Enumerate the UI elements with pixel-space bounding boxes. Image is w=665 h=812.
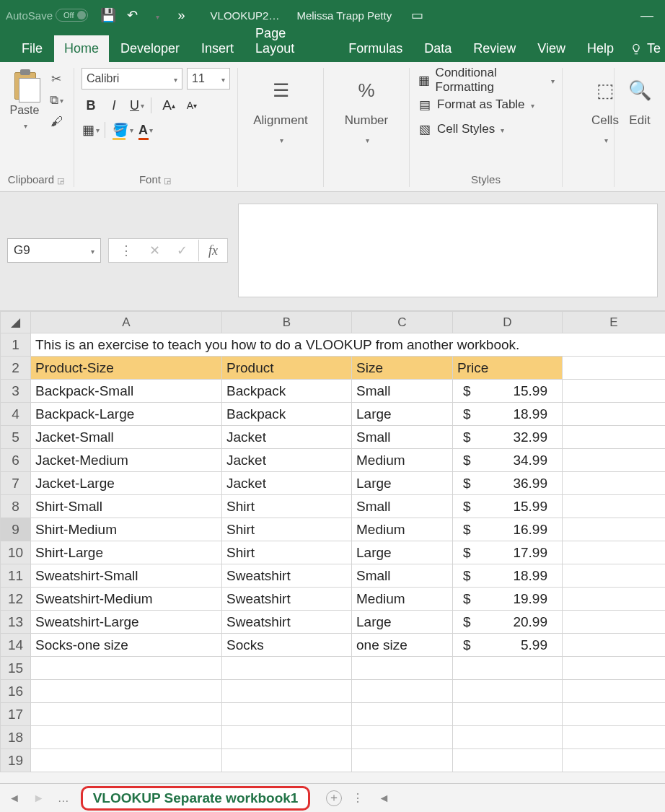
cell-E5[interactable] xyxy=(563,426,666,449)
cell-D19[interactable] xyxy=(453,749,563,772)
cell-C11[interactable]: Small xyxy=(352,564,453,588)
col-header-D[interactable]: D xyxy=(453,312,563,333)
cell-E2[interactable] xyxy=(563,357,666,380)
borders-button[interactable]: ▦ xyxy=(82,121,100,139)
hscroll-left-icon[interactable]: ◄ xyxy=(375,792,392,805)
cell-D18[interactable] xyxy=(453,726,563,749)
autosave-toggle[interactable]: AutoSave Off xyxy=(6,9,88,22)
cell-D3[interactable]: $15.99 xyxy=(453,380,563,403)
grid-row-8[interactable]: 8 Shirt-Small Shirt Small $15.99 xyxy=(1,495,666,518)
grid-row-15[interactable]: 15 xyxy=(1,657,666,680)
cell-A2[interactable]: Product-Size xyxy=(31,357,222,380)
cell-C10[interactable]: Large xyxy=(352,541,453,564)
ribbon-display-icon[interactable]: ▭ xyxy=(405,7,429,23)
tab-scroll-right-icon[interactable]: ► xyxy=(30,792,48,805)
cell-D11[interactable]: $18.99 xyxy=(453,564,563,588)
grid-row-18[interactable]: 18 xyxy=(1,726,666,749)
cell-E14[interactable] xyxy=(563,634,666,657)
cell-A5[interactable]: Jacket-Small xyxy=(31,426,222,449)
column-headers[interactable]: ◢ A B C D E xyxy=(1,312,666,333)
cell-A9[interactable]: Shirt-Medium xyxy=(31,518,222,541)
row-header-1[interactable]: 1 xyxy=(1,333,31,357)
copy-icon[interactable]: ⧉ xyxy=(46,92,66,108)
font-name-combo[interactable]: Calibri xyxy=(82,68,182,90)
cell-B7[interactable]: Jacket xyxy=(222,472,352,495)
cell-C2[interactable]: Size xyxy=(352,357,453,380)
cell-A4[interactable]: Backpack-Large xyxy=(31,403,222,426)
cell-C5[interactable]: Small xyxy=(352,426,453,449)
qat-more-icon[interactable]: » xyxy=(172,8,192,23)
tab-data[interactable]: Data xyxy=(414,35,462,62)
formula-bar[interactable] xyxy=(238,204,658,297)
row-header-3[interactable]: 3 xyxy=(1,380,31,403)
cell-D13[interactable]: $20.99 xyxy=(453,611,563,634)
cell-C18[interactable] xyxy=(352,726,453,749)
grid-row-14[interactable]: 14 Socks-one size Socks one size $5.99 xyxy=(1,634,666,657)
format-painter-icon[interactable]: 🖌 xyxy=(46,114,66,130)
number-dropdown[interactable] xyxy=(364,134,369,145)
cell-D17[interactable] xyxy=(453,703,563,726)
grid-row-1[interactable]: 1This is an exercise to teach you how to… xyxy=(1,333,666,357)
grid-row-17[interactable]: 17 xyxy=(1,703,666,726)
cell-E17[interactable] xyxy=(563,703,666,726)
number-icon[interactable]: % xyxy=(358,72,374,108)
cell-B13[interactable]: Sweatshirt xyxy=(222,611,352,634)
font-size-combo[interactable]: 11 xyxy=(187,68,230,90)
italic-button[interactable]: I xyxy=(105,97,123,114)
cell-E6[interactable] xyxy=(563,449,666,472)
alignment-icon[interactable]: ☰ xyxy=(273,72,289,108)
font-color-button[interactable]: A xyxy=(136,121,155,139)
cell-B17[interactable] xyxy=(222,703,352,726)
tab-insert[interactable]: Insert xyxy=(191,35,244,62)
paste-dropdown[interactable] xyxy=(22,118,27,131)
tab-developer[interactable]: Developer xyxy=(110,35,190,62)
cell-D2[interactable]: Price xyxy=(453,357,563,380)
cell-D8[interactable]: $15.99 xyxy=(453,495,563,518)
cell-A14[interactable]: Socks-one size xyxy=(31,634,222,657)
cell-A1[interactable]: This is an exercise to teach you how to … xyxy=(31,333,666,357)
cell-A17[interactable] xyxy=(31,703,222,726)
tab-options-icon[interactable]: ⋮ xyxy=(349,791,368,805)
cell-E12[interactable] xyxy=(563,588,666,611)
row-header-7[interactable]: 7 xyxy=(1,472,31,495)
cell-E10[interactable] xyxy=(563,541,666,564)
cell-A6[interactable]: Jacket-Medium xyxy=(31,449,222,472)
cell-C4[interactable]: Large xyxy=(352,403,453,426)
cell-D6[interactable]: $34.99 xyxy=(453,449,563,472)
cell-C6[interactable]: Medium xyxy=(352,449,453,472)
cell-B19[interactable] xyxy=(222,749,352,772)
row-header-2[interactable]: 2 xyxy=(1,357,31,380)
cell-B16[interactable] xyxy=(222,680,352,703)
col-header-A[interactable]: A xyxy=(31,312,222,333)
cut-icon[interactable]: ✂ xyxy=(46,71,66,87)
cell-B4[interactable]: Backpack xyxy=(222,403,352,426)
cell-C17[interactable] xyxy=(352,703,453,726)
cell-E16[interactable] xyxy=(563,680,666,703)
grid-row-13[interactable]: 13 Sweatshirt-Large Sweatshirt Large $20… xyxy=(1,611,666,634)
row-header-11[interactable]: 11 xyxy=(1,564,31,588)
grid-row-19[interactable]: 19 xyxy=(1,749,666,772)
cell-A15[interactable] xyxy=(31,657,222,680)
clipboard-launcher-icon[interactable]: ◲ xyxy=(57,176,66,185)
row-header-14[interactable]: 14 xyxy=(1,634,31,657)
row-header-4[interactable]: 4 xyxy=(1,403,31,426)
cell-B6[interactable]: Jacket xyxy=(222,449,352,472)
undo-dropdown[interactable] xyxy=(147,8,167,23)
cell-E7[interactable] xyxy=(563,472,666,495)
cells-dropdown[interactable] xyxy=(603,134,608,145)
cell-E4[interactable] xyxy=(563,403,666,426)
save-icon[interactable]: 💾 xyxy=(98,7,118,23)
cell-B3[interactable]: Backpack xyxy=(222,380,352,403)
minimize-button[interactable]: — xyxy=(635,8,659,23)
cell-D14[interactable]: $5.99 xyxy=(453,634,563,657)
row-header-6[interactable]: 6 xyxy=(1,449,31,472)
alignment-dropdown[interactable] xyxy=(278,134,283,145)
conditional-formatting-button[interactable]: ▦ Conditional Formatting xyxy=(417,68,555,92)
cell-E13[interactable] xyxy=(563,611,666,634)
cell-D5[interactable]: $32.99 xyxy=(453,426,563,449)
cell-C15[interactable] xyxy=(352,657,453,680)
col-header-C[interactable]: C xyxy=(352,312,453,333)
cell-B5[interactable]: Jacket xyxy=(222,426,352,449)
grid-row-7[interactable]: 7 Jacket-Large Jacket Large $36.99 xyxy=(1,472,666,495)
new-sheet-button[interactable]: ＋ xyxy=(326,790,342,806)
